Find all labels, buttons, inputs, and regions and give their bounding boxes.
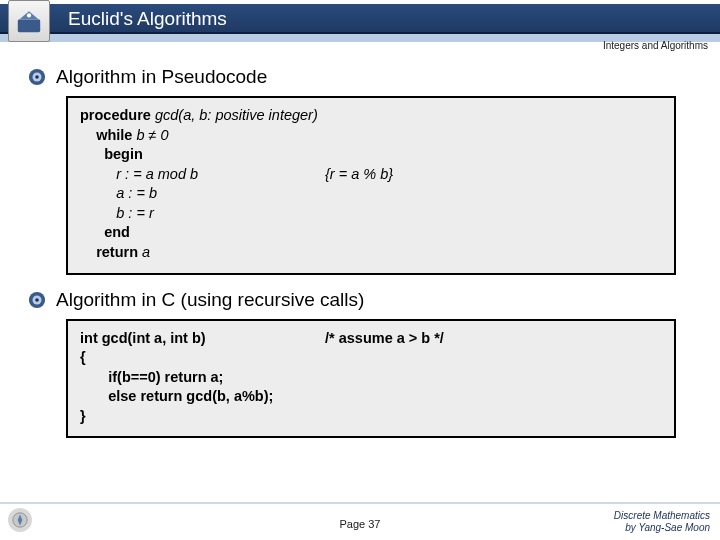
svg-rect-0 bbox=[18, 20, 40, 33]
svg-point-4 bbox=[35, 75, 39, 79]
section-heading-2: Algorithm in C (using recursive calls) bbox=[28, 289, 692, 311]
code-text: gcd(a, b: positive integer) bbox=[151, 107, 318, 123]
code-text: int gcd(int a, int b) bbox=[80, 329, 325, 349]
code-text: a bbox=[138, 244, 150, 260]
code-text: a : = b bbox=[80, 184, 662, 204]
slide-footer: Page 37 Discrete Mathematics by Yang-Sae… bbox=[0, 502, 720, 536]
code-text: if(b==0) return a; bbox=[80, 368, 662, 388]
code-text: begin bbox=[104, 146, 143, 162]
code-kw: while bbox=[96, 127, 132, 143]
code-kw: procedure bbox=[80, 107, 151, 123]
slide-topic: Integers and Algorithms bbox=[603, 40, 708, 51]
code-text: } bbox=[80, 407, 662, 427]
bullet-icon bbox=[28, 291, 46, 309]
code-text: { bbox=[80, 348, 662, 368]
code-text: b ≠ 0 bbox=[132, 127, 168, 143]
section-title-1: Algorithm in Pseudocode bbox=[56, 66, 267, 88]
pseudocode-box: procedure gcd(a, b: positive integer) wh… bbox=[66, 96, 676, 275]
credit-line-1: Discrete Mathematics bbox=[614, 510, 710, 522]
credit-line-2: by Yang-Sae Moon bbox=[614, 522, 710, 534]
svg-point-1 bbox=[27, 13, 31, 17]
code-text: else return gcd(b, a%b); bbox=[80, 387, 662, 407]
bullet-icon bbox=[28, 68, 46, 86]
ccode-box: int gcd(int a, int b) /* assume a > b */… bbox=[66, 319, 676, 439]
section-heading-1: Algorithm in Pseudocode bbox=[28, 66, 692, 88]
code-comment: {r = a % b} bbox=[325, 165, 393, 185]
code-text: r : = a mod b bbox=[80, 165, 325, 185]
slide-title: Euclid's Algorithms bbox=[68, 8, 227, 30]
section-title-2: Algorithm in C (using recursive calls) bbox=[56, 289, 364, 311]
footer-divider bbox=[0, 502, 720, 504]
page-number: Page 37 bbox=[340, 518, 381, 530]
code-kw: return bbox=[96, 244, 138, 260]
footer-credits: Discrete Mathematics by Yang-Sae Moon bbox=[614, 510, 710, 534]
footer-logo-icon bbox=[8, 508, 32, 532]
code-text: end bbox=[104, 224, 130, 240]
header-logo-icon bbox=[8, 0, 50, 42]
code-comment: /* assume a > b */ bbox=[325, 329, 444, 349]
slide-header: Euclid's Algorithms Integers and Algorit… bbox=[0, 0, 720, 48]
svg-point-7 bbox=[35, 298, 39, 302]
slide-content: Algorithm in Pseudocode procedure gcd(a,… bbox=[0, 48, 720, 438]
code-text: b : = r bbox=[80, 204, 662, 224]
